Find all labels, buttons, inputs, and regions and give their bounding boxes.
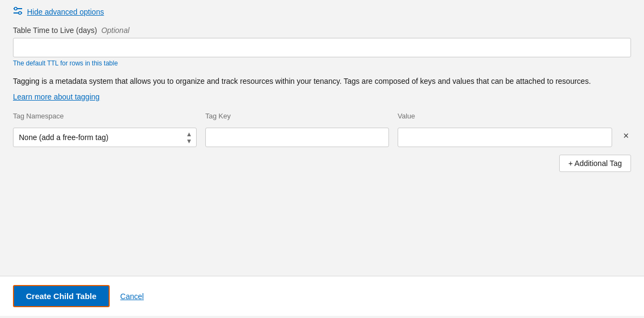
tag-key-label: Tag Key [205, 112, 389, 120]
additional-tag-button[interactable]: + Additional Tag [559, 155, 631, 172]
tag-key-input[interactable] [205, 128, 389, 147]
tag-remove-col: × [621, 129, 631, 146]
namespace-select[interactable]: None (add a free-form tag) [13, 128, 197, 147]
main-content: Hide advanced options Table Time to Live… [0, 0, 644, 276]
hide-advanced-link[interactable]: Hide advanced options [27, 8, 104, 16]
svg-point-3 [19, 12, 22, 15]
ttl-field-label: Table Time to Live (days) Optional [13, 26, 631, 35]
filter-icon [13, 6, 23, 17]
tag-value-input[interactable] [398, 128, 612, 147]
learn-more-link[interactable]: Learn more about tagging [13, 92, 99, 101]
cancel-button[interactable]: Cancel [120, 292, 144, 301]
tag-value-label: Value [398, 112, 606, 120]
tag-columns-header: Tag Namespace Tag Key Value [13, 112, 631, 123]
tag-namespace-label: Tag Namespace [13, 112, 197, 120]
ttl-input[interactable] [13, 38, 631, 57]
additional-tag-row: + Additional Tag [13, 155, 631, 172]
footer-bar: Create Child Table Cancel [0, 276, 644, 316]
tagging-description: Tagging is a metadata system that allows… [13, 76, 607, 87]
ttl-hint: The default TTL for rows in this table [13, 59, 631, 67]
remove-tag-button[interactable]: × [621, 129, 631, 143]
hide-advanced-row: Hide advanced options [13, 6, 631, 17]
svg-point-2 [15, 8, 17, 10]
namespace-select-wrapper: None (add a free-form tag) ▲ ▼ [13, 128, 197, 147]
create-child-table-button[interactable]: Create Child Table [13, 285, 110, 307]
tag-value-col [398, 128, 612, 147]
tag-key-col [205, 128, 389, 147]
tag-row: None (add a free-form tag) ▲ ▼ × [13, 128, 631, 147]
